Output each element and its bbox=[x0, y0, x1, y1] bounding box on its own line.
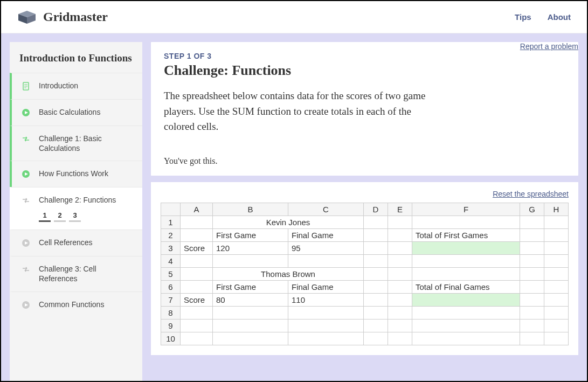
cell[interactable]: Total of Final Games bbox=[412, 280, 520, 293]
row-header[interactable]: 6 bbox=[161, 280, 181, 293]
cell[interactable] bbox=[388, 306, 412, 319]
cell[interactable] bbox=[181, 306, 213, 319]
cell[interactable] bbox=[520, 241, 544, 254]
cell[interactable] bbox=[364, 216, 388, 228]
sidebar-item[interactable]: Challenge 1: Basic Calculations bbox=[10, 126, 142, 161]
spreadsheet[interactable]: ABCDEFGH1Kevin Jones2First GameFinal Gam… bbox=[161, 203, 569, 345]
cell[interactable]: 95 bbox=[288, 241, 364, 254]
sidebar-item[interactable]: Cell References bbox=[10, 230, 142, 256]
cell[interactable] bbox=[544, 306, 569, 319]
cell[interactable] bbox=[181, 319, 213, 332]
cell[interactable] bbox=[364, 241, 388, 254]
row-header[interactable]: 10 bbox=[161, 332, 181, 345]
cell[interactable] bbox=[412, 332, 520, 345]
column-header[interactable]: E bbox=[388, 203, 412, 216]
cell[interactable] bbox=[412, 306, 520, 319]
cell[interactable]: 80 bbox=[213, 293, 288, 306]
cell[interactable] bbox=[213, 254, 288, 267]
cell[interactable] bbox=[520, 280, 544, 293]
cell[interactable] bbox=[181, 280, 213, 293]
cell[interactable] bbox=[544, 228, 569, 241]
column-header[interactable]: H bbox=[544, 203, 569, 216]
row-header[interactable]: 8 bbox=[161, 306, 181, 319]
cell[interactable] bbox=[544, 293, 569, 306]
sidebar-item[interactable]: Introduction bbox=[10, 73, 142, 99]
cell[interactable] bbox=[520, 332, 544, 345]
column-header[interactable]: F bbox=[412, 203, 520, 216]
cell[interactable]: Score bbox=[181, 241, 213, 254]
sidebar-item[interactable]: Challenge 3: Cell References bbox=[10, 256, 142, 291]
cell[interactable] bbox=[520, 254, 544, 267]
cell[interactable] bbox=[181, 228, 213, 241]
cell[interactable] bbox=[213, 306, 288, 319]
cell[interactable] bbox=[181, 332, 213, 345]
logo[interactable]: Gridmaster bbox=[17, 10, 108, 25]
cell[interactable] bbox=[364, 254, 388, 267]
cell[interactable] bbox=[364, 267, 388, 280]
row-header[interactable]: 2 bbox=[161, 228, 181, 241]
cell[interactable] bbox=[181, 216, 213, 228]
cell[interactable]: First Game bbox=[213, 228, 288, 241]
cell[interactable] bbox=[388, 228, 412, 241]
cell[interactable] bbox=[520, 306, 544, 319]
cell[interactable] bbox=[364, 306, 388, 319]
step-number[interactable]: 2 bbox=[54, 210, 66, 222]
cell[interactable] bbox=[364, 319, 388, 332]
cell[interactable] bbox=[364, 332, 388, 345]
row-header[interactable]: 9 bbox=[161, 319, 181, 332]
cell[interactable] bbox=[388, 267, 412, 280]
cell[interactable] bbox=[412, 293, 520, 306]
row-header[interactable]: 7 bbox=[161, 293, 181, 306]
cell[interactable] bbox=[412, 267, 520, 280]
cell[interactable] bbox=[412, 254, 520, 267]
row-header[interactable]: 3 bbox=[161, 241, 181, 254]
cell[interactable] bbox=[520, 293, 544, 306]
row-header[interactable]: 5 bbox=[161, 267, 181, 280]
cell[interactable] bbox=[388, 254, 412, 267]
reset-spreadsheet-link[interactable]: Reset the spreadsheet bbox=[161, 190, 569, 198]
cell[interactable]: 120 bbox=[213, 241, 288, 254]
cell[interactable]: Thomas Brown bbox=[213, 267, 364, 280]
cell[interactable] bbox=[544, 280, 569, 293]
cell[interactable]: Score bbox=[181, 293, 213, 306]
cell[interactable] bbox=[520, 319, 544, 332]
cell[interactable] bbox=[288, 254, 364, 267]
cell[interactable] bbox=[520, 228, 544, 241]
step-number[interactable]: 1 bbox=[39, 210, 51, 222]
cell[interactable] bbox=[364, 228, 388, 241]
row-header[interactable]: 4 bbox=[161, 254, 181, 267]
column-header[interactable]: G bbox=[520, 203, 544, 216]
cell[interactable] bbox=[213, 319, 288, 332]
cell[interactable] bbox=[388, 293, 412, 306]
select-all-cell[interactable] bbox=[161, 203, 181, 216]
cell[interactable] bbox=[544, 241, 569, 254]
cell[interactable] bbox=[181, 267, 213, 280]
cell[interactable] bbox=[181, 254, 213, 267]
cell[interactable] bbox=[288, 306, 364, 319]
cell[interactable] bbox=[520, 267, 544, 280]
cell[interactable] bbox=[388, 319, 412, 332]
row-header[interactable]: 1 bbox=[161, 216, 181, 228]
cell[interactable] bbox=[364, 280, 388, 293]
cell[interactable] bbox=[388, 332, 412, 345]
cell[interactable]: Total of First Games bbox=[412, 228, 520, 241]
cell[interactable] bbox=[388, 241, 412, 254]
column-header[interactable]: D bbox=[364, 203, 388, 216]
step-number[interactable]: 3 bbox=[69, 210, 81, 222]
cell[interactable] bbox=[412, 216, 520, 228]
column-header[interactable]: C bbox=[288, 203, 364, 216]
cell[interactable]: Final Game bbox=[288, 280, 364, 293]
sidebar-item[interactable]: Common Functions bbox=[10, 291, 142, 318]
cell[interactable] bbox=[544, 332, 569, 345]
cell[interactable] bbox=[544, 254, 569, 267]
cell[interactable] bbox=[388, 216, 412, 228]
report-problem-link[interactable]: Report a problem bbox=[520, 42, 578, 51]
cell[interactable] bbox=[213, 332, 288, 345]
tips-link[interactable]: Tips bbox=[515, 12, 531, 22]
cell[interactable]: Kevin Jones bbox=[213, 216, 364, 228]
cell[interactable] bbox=[412, 241, 520, 254]
cell[interactable] bbox=[412, 319, 520, 332]
cell[interactable]: 110 bbox=[288, 293, 364, 306]
cell[interactable] bbox=[544, 216, 569, 228]
cell[interactable]: Final Game bbox=[288, 228, 364, 241]
